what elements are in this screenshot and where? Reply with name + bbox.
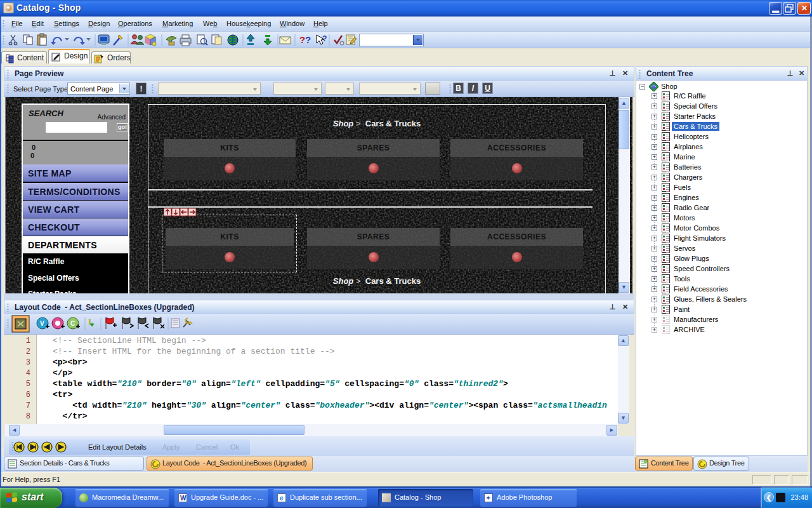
svg-text:V: V [40, 320, 44, 327]
svg-text:?: ? [299, 34, 305, 45]
svg-text:?: ? [305, 34, 311, 45]
svg-text:C: C [70, 320, 75, 327]
svg-text:?: ? [322, 34, 327, 43]
